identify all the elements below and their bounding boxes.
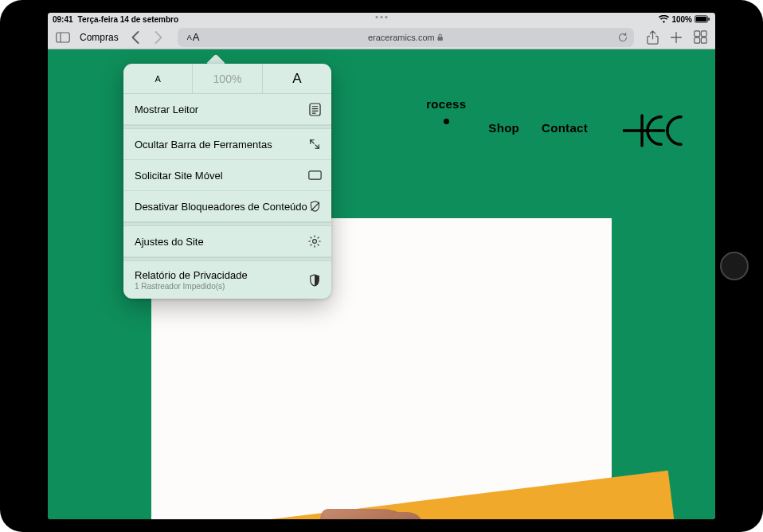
multitask-grabber[interactable] — [376, 16, 388, 18]
svg-rect-7 — [701, 31, 706, 37]
battery-level: 100% — [671, 15, 692, 24]
aa-popover: A 100% A Mostrar Leitor Ocultar Barra de… — [123, 64, 331, 299]
menu-disable-blockers[interactable]: Desativar Bloqueadores de Conteúdo — [123, 191, 331, 222]
share-button[interactable] — [642, 27, 663, 48]
menu-show-reader[interactable]: Mostrar Leitor — [123, 94, 331, 125]
status-time: 09:41 — [53, 15, 73, 24]
svg-rect-5 — [438, 37, 443, 41]
nav-active-dot-icon — [444, 119, 449, 124]
menu-site-settings[interactable]: Ajustes do Site — [123, 226, 331, 257]
privacy-shield-icon — [307, 273, 322, 288]
svg-rect-8 — [694, 37, 699, 43]
text-size-large-icon: A — [193, 31, 200, 43]
status-bar: 09:41 Terça-feira 14 de setembro 100% — [48, 13, 715, 25]
zoom-in-button[interactable]: A — [263, 64, 331, 93]
wifi-icon — [659, 15, 669, 23]
nav-link-contact[interactable]: Contact — [542, 121, 588, 135]
nav-link-shop[interactable]: Shop — [488, 121, 519, 135]
forward-button — [149, 27, 170, 48]
menu-hide-toolbar[interactable]: Ocultar Barra de Ferramentas — [123, 129, 331, 160]
back-button[interactable] — [125, 27, 146, 48]
svg-rect-6 — [694, 31, 699, 37]
svg-rect-1 — [696, 17, 707, 22]
text-size-small-icon: A — [187, 33, 192, 41]
zoom-row: A 100% A — [123, 64, 331, 94]
svg-rect-17 — [308, 171, 320, 179]
safari-toolbar: Compras A A eraceramics.com — [48, 25, 715, 49]
aa-button[interactable]: A A — [178, 31, 209, 43]
battery-icon — [695, 15, 710, 23]
lock-icon — [437, 33, 444, 41]
reload-button[interactable] — [612, 32, 634, 43]
ipad-screen: 09:41 Terça-feira 14 de setembro 100% Co… — [48, 13, 715, 519]
reader-icon — [307, 102, 322, 116]
zoom-out-button[interactable]: A — [123, 64, 193, 93]
sidebar-button[interactable] — [53, 27, 73, 48]
menu-privacy-report[interactable]: Relatório de Privacidade 1 Rastreador Im… — [123, 261, 331, 299]
url-display: eraceramics.com — [368, 33, 444, 42]
home-button[interactable] — [720, 252, 749, 280]
zoom-level: 100% — [193, 64, 262, 93]
svg-rect-9 — [701, 37, 706, 43]
svg-rect-3 — [57, 33, 70, 42]
svg-rect-2 — [708, 18, 710, 21]
site-logo[interactable] — [623, 108, 691, 153]
blocker-off-icon — [307, 199, 322, 213]
expand-icon — [307, 137, 322, 151]
orange-strip — [257, 471, 680, 519]
device-icon — [307, 168, 322, 182]
address-bar[interactable]: A A eraceramics.com — [178, 28, 634, 47]
svg-point-19 — [313, 240, 317, 244]
tab-title[interactable]: Compras — [76, 32, 122, 43]
gear-icon — [307, 234, 322, 248]
status-date: Terça-feira 14 de setembro — [78, 15, 179, 24]
nav-link-process[interactable]: rocess — [426, 97, 466, 111]
new-tab-button[interactable] — [666, 27, 687, 48]
menu-request-mobile[interactable]: Solicitar Site Móvel — [123, 160, 331, 191]
ipad-frame: 09:41 Terça-feira 14 de setembro 100% Co… — [0, 0, 763, 532]
tabs-button[interactable] — [690, 27, 710, 48]
